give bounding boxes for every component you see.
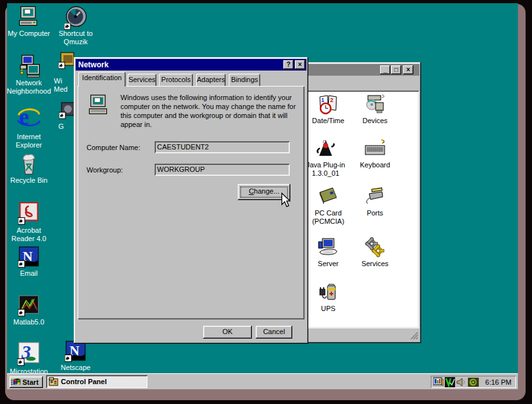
computer-icon: [87, 94, 109, 115]
desktop-icon-network-neighborhood[interactable]: Network Neighborhood: [7, 55, 54, 96]
cp-icon-label: Java Plug-in: [303, 161, 349, 169]
identification-description: Windows uses the following information t…: [121, 93, 300, 129]
recycle-bin-icon: [17, 152, 40, 175]
desktop-icon-microstation[interactable]: 3 Microstation: [7, 342, 54, 376]
cp-icon-devices[interactable]: Devices: [354, 94, 395, 125]
mouse-cursor: [280, 192, 292, 210]
shortcut-arrow-icon: [64, 21, 71, 28]
nvidia-icon[interactable]: [468, 377, 479, 387]
cp-icon-server[interactable]: Server: [308, 237, 349, 268]
java-plugin-icon: [315, 138, 337, 160]
desktop-icon-label: Matlab5.0: [7, 318, 54, 326]
cp-icon-label: Date/Time: [308, 117, 349, 125]
desktop-icon-label: Network: [7, 79, 54, 87]
computer-name-label: Computer Name:: [87, 144, 140, 151]
computer-name-field[interactable]: CAESTUDENT2: [154, 141, 290, 153]
task-button-control-panel[interactable]: Control Panel: [46, 375, 147, 388]
cp-icon-services[interactable]: Services: [354, 237, 395, 268]
description-line: computer on the network. You may change …: [121, 102, 300, 111]
windows-media-icon[interactable]: [58, 51, 75, 69]
desktop-icon-my-computer[interactable]: My Computer: [7, 5, 54, 38]
desktop-icon-label: Shortcut to: [50, 29, 101, 38]
start-button[interactable]: Start: [10, 376, 43, 388]
cp-icon-label: Keyboard: [354, 161, 395, 169]
cp-icon-ups[interactable]: UPS: [308, 282, 349, 313]
cp-icon-label: Ports: [354, 209, 395, 217]
cp-icon-keyboard[interactable]: Keyboard: [354, 138, 395, 169]
desktop-icon-label: My Computer: [7, 29, 54, 38]
desktop-icon-label: Acrobat: [7, 226, 54, 235]
ups-icon: [317, 282, 339, 303]
tab-services[interactable]: Services: [128, 74, 156, 86]
ports-icon: [364, 186, 386, 208]
taskbar: Start Control Panel 6:16 PM: [7, 373, 518, 389]
minimize-button[interactable]: _: [380, 65, 390, 74]
cp-icon-label: 1.3.0_01: [303, 169, 349, 178]
cp-icon-label: Server: [308, 260, 349, 268]
maximize-button[interactable]: □: [391, 65, 401, 74]
windows-logo-icon: [11, 378, 21, 387]
desktop-icon-label: Internet: [7, 133, 54, 141]
network-dialog-titlebar[interactable]: Network: [76, 59, 306, 71]
desktop-icon-internet-explorer[interactable]: e Internet Explorer: [7, 105, 54, 149]
my-computer-icon: [17, 5, 40, 28]
ok-button[interactable]: OK: [203, 326, 252, 339]
desktop-icon-label: Explorer: [7, 141, 54, 149]
tab-protocols[interactable]: Protocols: [159, 74, 193, 86]
qmuzik-icon: [64, 5, 87, 28]
close-button[interactable]: ×: [403, 65, 413, 74]
cp-icon-date-time[interactable]: 12 Date/Time: [308, 94, 349, 125]
network-dialog-title: Network: [76, 60, 108, 69]
close-button[interactable]: ×: [295, 60, 305, 69]
desktop-icon-acrobat-reader[interactable]: Acrobat Reader 4.0: [7, 202, 54, 243]
cp-icon-label: PC Card: [308, 209, 349, 217]
tab-identification[interactable]: Identification: [78, 72, 126, 87]
cp-icon-label: UPS: [308, 305, 349, 313]
svg-text:1: 1: [321, 97, 324, 103]
start-label: Start: [22, 378, 38, 386]
network-neighborhood-icon: [17, 55, 40, 78]
internet-explorer-icon: e: [16, 105, 42, 131]
task-button-label: Control Panel: [61, 378, 107, 385]
workgroup-label: Workgroup:: [87, 166, 123, 174]
desktop-icon-label: Neighborhood: [7, 87, 54, 96]
tab-bindings[interactable]: Bindings: [229, 74, 260, 86]
taskbar-clock: 6:16 PM: [485, 378, 516, 386]
desktop-icon-label: G: [58, 122, 75, 131]
description-line: Windows uses the following information t…: [121, 93, 300, 102]
system-tray: 6:16 PM: [431, 376, 516, 388]
description-line: appear in.: [121, 120, 300, 129]
desktop-icon-recycle-bin[interactable]: Recycle Bin: [7, 152, 54, 185]
svg-text:2: 2: [330, 97, 333, 103]
volume-icon[interactable]: [456, 377, 467, 387]
network-dialog: Network ? × Identification Services Prot…: [74, 57, 308, 344]
desktop-icon-label: Netscape: [50, 364, 101, 372]
keyboard-icon: [364, 138, 386, 160]
display-settings-icon[interactable]: [433, 377, 444, 387]
cp-icon-java-plugin[interactable]: Java Plug-in 1.3.0_01: [303, 138, 349, 178]
pc-card-icon: [317, 186, 339, 208]
email-netscape-icon: N: [18, 246, 40, 268]
tab-adapters[interactable]: Adapters: [196, 74, 226, 86]
cp-icon-ports[interactable]: Ports: [354, 186, 395, 217]
control-panel-task-icon: [49, 377, 58, 386]
desktop: My Computer Shortcut to Qmuzik Network N…: [7, 3, 518, 389]
help-button[interactable]: ?: [283, 60, 294, 69]
services-icon: [364, 237, 386, 258]
netscape-icon: N: [65, 341, 87, 362]
cp-icon-label: Services: [354, 260, 395, 268]
resize-grip-icon[interactable]: [410, 332, 419, 340]
matlab-icon: [18, 295, 40, 317]
desktop-icon-email[interactable]: N Email: [7, 246, 54, 278]
desktop-icon-qmuzik[interactable]: Shortcut to Qmuzik: [50, 5, 101, 46]
cancel-button[interactable]: Cancel: [256, 326, 292, 339]
workgroup-field[interactable]: WORKGROUP: [154, 164, 290, 176]
desktop-icon-label: Reader 4.0: [7, 235, 54, 243]
virus-shield-icon[interactable]: [445, 377, 455, 387]
desktop-icon-netscape[interactable]: N Netscape: [50, 341, 101, 372]
cp-icon-pc-card[interactable]: PC Card (PCMCIA): [308, 186, 349, 226]
microstation-icon: 3: [17, 342, 40, 366]
desktop-icon-label: Email: [7, 269, 54, 278]
date-time-icon: 12: [317, 94, 339, 115]
desktop-icon-matlab[interactable]: Matlab5.0: [7, 295, 54, 326]
